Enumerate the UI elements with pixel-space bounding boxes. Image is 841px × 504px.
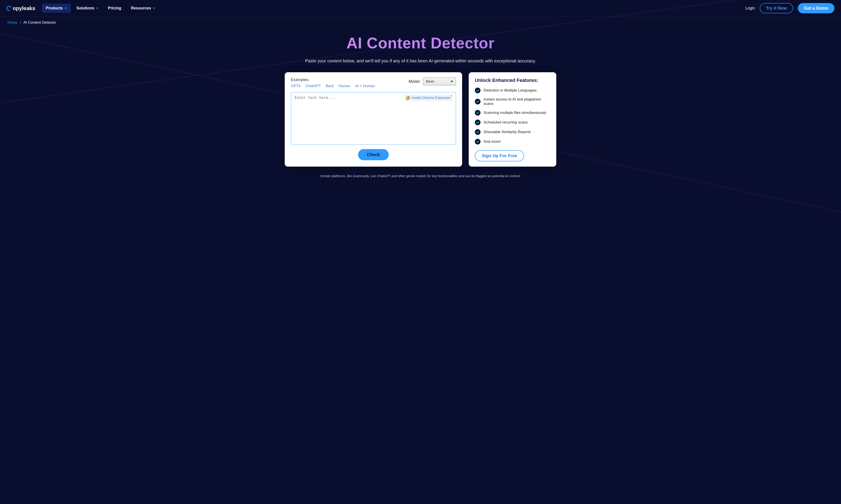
feature-text: Scheduled recurring scans: [484, 120, 527, 125]
logo-text: opyleaks: [13, 5, 35, 12]
logo[interactable]: opyleaks: [6, 5, 35, 12]
breadcrumb-home[interactable]: Home: [7, 20, 17, 24]
feature-item: Scanning multiple files simultaneously: [475, 110, 550, 115]
breadcrumb-separator: ⟩: [20, 20, 21, 24]
detector-card: Examples: GPT4ChatGPTBardHumanAI + Human…: [285, 72, 462, 167]
nav-item-resources[interactable]: Resources: [127, 4, 159, 13]
check-icon: [475, 88, 481, 93]
chrome-icon: [406, 96, 410, 100]
page-subtitle: Paste your content below, and we'll tell…: [0, 58, 841, 64]
feature-item: Instant access to AI and plagiarism scan…: [475, 97, 550, 106]
header-left: opyleaks ProductsSolutionsPricingResourc…: [6, 4, 159, 13]
features-list: Detection in Multiple LanguagesInstant a…: [475, 88, 550, 144]
feature-item: And more!: [475, 139, 550, 144]
feature-text: Instant access to AI and plagiarism scan…: [484, 97, 550, 106]
main-nav: ProductsSolutionsPricingResources: [42, 4, 159, 13]
example-chatgpt[interactable]: ChatGPT: [305, 84, 321, 88]
content-row: Examples: GPT4ChatGPTBardHumanAI + Human…: [276, 72, 565, 167]
nav-item-label: Products: [46, 6, 63, 11]
footnote: Certain platforms, like Grammarly, use C…: [311, 174, 530, 178]
nav-item-label: Resources: [131, 6, 151, 11]
signup-free-button[interactable]: Sign Up For Free: [475, 150, 524, 161]
chevron-down-icon: [450, 81, 453, 82]
card-top-row: Examples: GPT4ChatGPTBardHumanAI + Human…: [291, 77, 456, 88]
nav-item-label: Solutions: [76, 6, 94, 11]
hero: AI Content Detector Paste your content b…: [0, 34, 841, 64]
feature-item: Scheduled recurring scans: [475, 120, 550, 125]
check-icon: [475, 139, 481, 144]
nav-item-pricing[interactable]: Pricing: [104, 4, 125, 13]
check-icon: [475, 110, 481, 115]
model-select[interactable]: Basic: [423, 77, 456, 85]
chevron-down-icon: [96, 8, 99, 9]
feature-text: Scanning multiple files simultaneously: [484, 111, 546, 115]
chevron-down-icon: [65, 8, 67, 9]
nav-item-products[interactable]: Products: [42, 4, 71, 13]
chrome-extension-chip[interactable]: Install Chrome Extension x: [404, 94, 453, 101]
feature-text: Shareable Similarity Reports: [484, 130, 531, 134]
header-right: Login Try it Now Get a Demo: [745, 3, 835, 13]
features-title: Unlock Enhanced Features:: [475, 77, 550, 83]
example-human[interactable]: Human: [338, 84, 351, 88]
check-icon: [475, 129, 481, 135]
feature-item: Shareable Similarity Reports: [475, 129, 550, 135]
nav-item-solutions[interactable]: Solutions: [72, 4, 102, 13]
model-selector-wrap: Model: Basic: [409, 77, 456, 85]
breadcrumb-current: AI Content Detector: [23, 20, 56, 24]
chevron-down-icon: [153, 8, 155, 9]
examples-label: Examples:: [291, 77, 375, 82]
check-icon: [475, 99, 481, 105]
feature-text: And more!: [484, 140, 501, 144]
logo-ring-icon: [6, 5, 12, 12]
examples-block: Examples: GPT4ChatGPTBardHumanAI + Human: [291, 77, 375, 88]
get-demo-button[interactable]: Get a Demo: [798, 3, 835, 13]
model-select-value: Basic: [426, 79, 434, 84]
example-gpt4[interactable]: GPT4: [291, 84, 301, 88]
chrome-extension-label: Install Chrome Extension: [412, 96, 450, 100]
example-bard[interactable]: Bard: [326, 84, 334, 88]
check-icon: [475, 120, 481, 125]
features-card: Unlock Enhanced Features: Detection in M…: [469, 72, 556, 167]
model-label: Model:: [409, 79, 420, 84]
feature-text: Detection in Multiple Languages: [484, 88, 537, 93]
header: opyleaks ProductsSolutionsPricingResourc…: [0, 0, 841, 17]
example-ai-human[interactable]: AI + Human: [355, 84, 375, 88]
examples-list: GPT4ChatGPTBardHumanAI + Human: [291, 84, 375, 88]
page-title: AI Content Detector: [0, 34, 841, 52]
feature-item: Detection in Multiple Languages: [475, 88, 550, 93]
try-it-now-button[interactable]: Try it Now: [760, 3, 793, 13]
breadcrumb: Home ⟩ AI Content Detector: [0, 17, 841, 28]
text-input-wrap: Install Chrome Extension x: [291, 92, 456, 145]
close-icon[interactable]: x: [451, 94, 452, 97]
nav-item-label: Pricing: [108, 6, 121, 11]
login-link[interactable]: Login: [745, 6, 755, 11]
check-button[interactable]: Check: [358, 149, 389, 160]
